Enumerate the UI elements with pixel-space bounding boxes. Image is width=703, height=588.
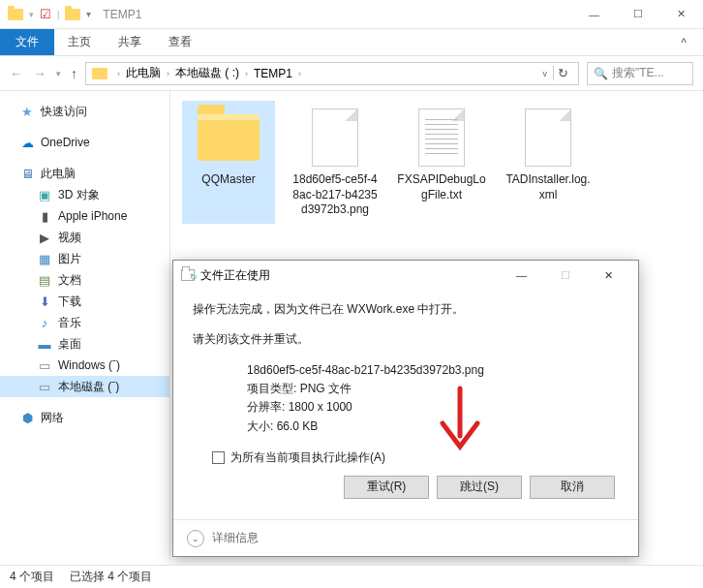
nav-desktop[interactable]: ▬桌面 xyxy=(0,333,169,355)
address-row: ← → ▾ ↑ › 此电脑 › 本地磁盘 ( :) › TEMP1 › v ↻ … xyxy=(0,56,703,91)
navigation-pane: ★快速访问 ☁OneDrive 🖥此电脑 ▣3D 对象 ▮Apple iPhon… xyxy=(0,91,170,561)
dialog-file-size: 大小: 66.0 KB xyxy=(247,418,619,436)
minimize-button[interactable]: — xyxy=(572,0,616,29)
search-placeholder: 搜索"TE... xyxy=(612,65,664,81)
dialog-apply-all-checkbox[interactable]: 为所有当前项目执行此操作(A) xyxy=(193,449,619,466)
file-label: QQMaster xyxy=(184,172,273,188)
network-icon: ⬢ xyxy=(19,410,35,425)
breadcrumb[interactable]: 本地磁盘 ( :) xyxy=(175,65,239,81)
nav-videos[interactable]: ▶视频 xyxy=(0,227,169,248)
dialog-body: 操作无法完成，因为文件已在 WXWork.exe 中打开。 请关闭该文件并重试。… xyxy=(173,290,638,519)
properties-icon[interactable]: ☑ xyxy=(40,7,51,21)
chevron-right-icon[interactable]: › xyxy=(245,69,248,78)
nav-music[interactable]: ♪音乐 xyxy=(0,312,169,333)
dialog-file-resolution: 分辨率: 1800 x 1000 xyxy=(247,398,619,417)
status-count: 4 个项目 xyxy=(10,569,54,585)
dialog-title: 文件正在使用 xyxy=(200,267,270,284)
address-bar[interactable]: › 此电脑 › 本地磁盘 ( :) › TEMP1 › v ↻ xyxy=(85,62,579,85)
chevron-down-icon: ⌄ xyxy=(187,530,204,547)
window-titlebar: ▾ ☑ | ▾ TEMP1 — ☐ ✕ xyxy=(0,0,703,29)
nav-arrows: ← → ▾ ↑ xyxy=(10,66,77,81)
maximize-button[interactable]: ☐ xyxy=(616,0,659,29)
tab-home[interactable]: 主页 xyxy=(54,29,105,55)
chevron-right-icon[interactable]: › xyxy=(117,69,120,78)
cloud-icon: ☁ xyxy=(19,135,35,150)
file-item[interactable]: FXSAPIDebugLogFile.txt xyxy=(395,101,488,224)
dialog-titlebar[interactable]: 文件正在使用 — ☐ ✕ xyxy=(173,261,638,290)
file-icon xyxy=(418,108,465,167)
window-title: TEMP1 xyxy=(103,8,141,21)
video-icon: ▶ xyxy=(37,230,52,245)
cancel-button[interactable]: 取消 xyxy=(530,476,615,499)
status-selected: 已选择 4 个项目 xyxy=(70,569,152,585)
nav-3d-objects[interactable]: ▣3D 对象 xyxy=(0,184,169,205)
file-item[interactable]: 18d60ef5-ce5f-48ac-b217-b4235d3972b3.png xyxy=(289,101,382,224)
phone-icon: ▮ xyxy=(37,208,52,224)
file-icon xyxy=(312,108,358,167)
nav-downloads[interactable]: ⬇下载 xyxy=(0,291,169,312)
desktop-icon: ▬ xyxy=(37,336,52,352)
nav-quick-access[interactable]: ★快速访问 xyxy=(0,101,169,122)
dialog-maximize-button: ☐ xyxy=(543,261,587,290)
nav-network[interactable]: ⬢网络 xyxy=(0,407,169,428)
tab-share[interactable]: 共享 xyxy=(105,29,155,55)
expand-ribbon-icon[interactable]: ^ xyxy=(664,29,703,55)
forward-button[interactable]: → xyxy=(33,66,46,81)
file-tab[interactable]: 文件 xyxy=(0,29,54,55)
separator: | xyxy=(57,10,59,19)
file-in-use-dialog: 文件正在使用 — ☐ ✕ 操作无法完成，因为文件已在 WXWork.exe 中打… xyxy=(172,260,639,557)
nav-this-pc[interactable]: 🖥此电脑 xyxy=(0,163,169,184)
pc-icon: 🖥 xyxy=(19,166,35,181)
refresh-icon[interactable]: ↻ xyxy=(553,66,572,80)
file-label: 18d60ef5-ce5f-48ac-b217-b4235d3972b3.png xyxy=(290,172,380,218)
dialog-file-type: 项目类型: PNG 文件 xyxy=(247,380,619,398)
overflow-icon[interactable]: ▾ xyxy=(86,9,91,19)
back-button[interactable]: ← xyxy=(10,66,23,81)
chevron-down-icon[interactable]: ▾ xyxy=(29,10,34,19)
breadcrumb[interactable]: TEMP1 xyxy=(254,67,292,80)
dialog-minimize-button[interactable]: — xyxy=(500,261,543,290)
breadcrumb[interactable]: 此电脑 xyxy=(126,65,161,81)
recent-locations-icon[interactable]: ▾ xyxy=(56,69,61,78)
cube-icon: ▣ xyxy=(37,187,52,202)
picture-icon: ▦ xyxy=(37,251,52,266)
search-input[interactable]: 🔍 搜索"TE... xyxy=(587,62,693,85)
dialog-message: 操作无法完成，因为文件已在 WXWork.exe 中打开。 xyxy=(193,301,619,318)
chevron-right-icon[interactable]: › xyxy=(167,69,169,78)
checkbox-label: 为所有当前项目执行此操作(A) xyxy=(230,449,385,466)
nav-apple-iphone[interactable]: ▮Apple iPhone xyxy=(0,205,169,227)
folder-icon xyxy=(65,9,80,20)
chevron-right-icon[interactable]: › xyxy=(298,69,301,78)
nav-drive-windows[interactable]: ▭Windows (ˉ) xyxy=(0,355,169,376)
file-item-folder[interactable]: QQMaster xyxy=(182,101,275,224)
dialog-file-info: 18d60ef5-ce5f-48ac-b217-b4235d3972b3.png… xyxy=(193,361,619,436)
close-button[interactable]: ✕ xyxy=(659,0,703,29)
nav-drive-local[interactable]: ▭本地磁盘 (ˉ) xyxy=(0,376,169,397)
folder-icon xyxy=(198,114,260,161)
more-info-label: 详细信息 xyxy=(212,530,259,546)
retry-button[interactable]: 重试(R) xyxy=(344,476,429,499)
file-item[interactable]: TADInstaller.log.xml xyxy=(502,101,595,224)
skip-button[interactable]: 跳过(S) xyxy=(437,476,522,499)
tab-view[interactable]: 查看 xyxy=(155,29,205,55)
up-button[interactable]: ↑ xyxy=(71,66,77,81)
file-label: TADInstaller.log.xml xyxy=(504,172,593,202)
dialog-instruction: 请关闭该文件并重试。 xyxy=(193,331,619,348)
document-icon: ▤ xyxy=(37,272,52,288)
star-icon: ★ xyxy=(19,104,35,119)
search-icon: 🔍 xyxy=(594,67,608,80)
dialog-close-button[interactable]: ✕ xyxy=(587,261,630,290)
checkbox-icon xyxy=(212,451,225,464)
nav-pictures[interactable]: ▦图片 xyxy=(0,248,169,269)
nav-onedrive[interactable]: ☁OneDrive xyxy=(0,132,169,153)
folder-icon xyxy=(92,68,107,79)
window-controls: — ☐ ✕ xyxy=(572,0,703,29)
quick-access-toolbar: ▾ ☑ | ▾ xyxy=(0,7,91,21)
nav-documents[interactable]: ▤文档 xyxy=(0,269,169,291)
status-bar: 4 个项目 已选择 4 个项目 xyxy=(0,565,703,588)
dialog-filename: 18d60ef5-ce5f-48ac-b217-b4235d3972b3.png xyxy=(247,361,619,380)
dialog-more-info[interactable]: ⌄ 详细信息 xyxy=(173,519,638,556)
drive-icon: ▭ xyxy=(37,357,52,373)
history-dropdown-icon[interactable]: v xyxy=(539,69,552,78)
download-icon: ⬇ xyxy=(37,294,52,309)
